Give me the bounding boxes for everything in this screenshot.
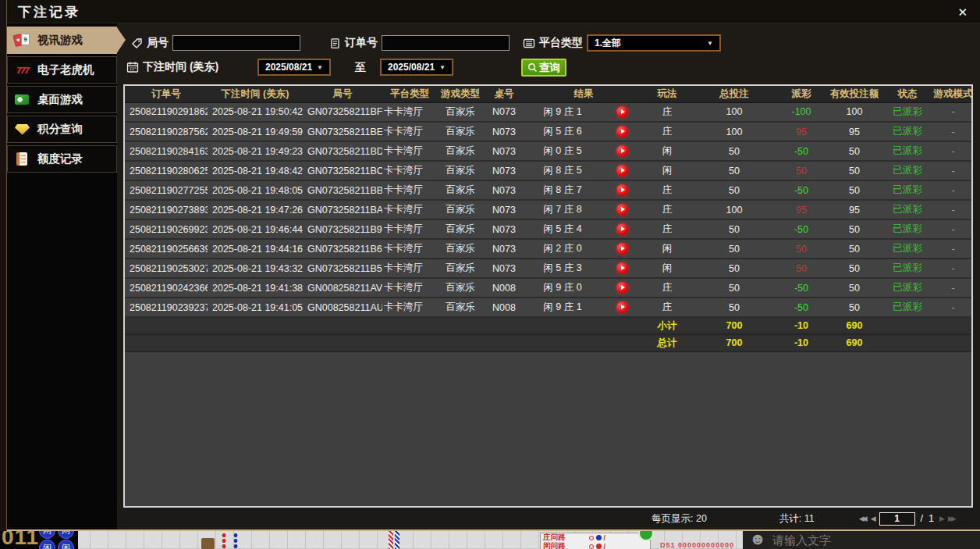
cell-total_bet: 50 (691, 180, 777, 200)
cell-game: 百家乐 (437, 278, 484, 298)
next-page-button[interactable]: ▶ (939, 515, 943, 522)
summary-payout: -10 (777, 334, 826, 351)
replay-button[interactable] (616, 243, 628, 255)
cell-platform: 卡卡湾厅 (382, 141, 437, 161)
cell-play_type: 庄 (643, 278, 691, 298)
dealer-marker-icon (201, 538, 215, 549)
cell-replay (601, 219, 643, 239)
date-from-picker[interactable]: 2025/08/21 ▼ (257, 59, 331, 76)
cell-time: 2025-08-21 19:50:42 (208, 102, 303, 122)
list-footer: 每页显示: 20 共计: 11 ◀◀ ◀ 1 / 1 ▶ ▶▶ (117, 508, 980, 529)
round-number-input[interactable] (172, 35, 300, 51)
tab-label: 额度记录 (37, 152, 83, 166)
cell-play_type: 闲 (643, 141, 691, 161)
table-row: 2508211902530272025-08-21 19:43:32GN0732… (125, 258, 973, 278)
table-header-row: 订单号 下注时间 (美东) 局号 平台类型 游戏类型 桌号 结果 玩法 总投注 … (125, 86, 973, 102)
replay-button[interactable] (616, 223, 628, 235)
cell-result: 闲 0 庄 5 (524, 141, 601, 161)
per-page-label: 每页显示: 20 (652, 512, 707, 526)
sidebar-tab-slot-machines[interactable]: 777 电子老虎机 (7, 56, 117, 84)
cell-order: 250821190242366 (125, 278, 208, 298)
replay-button[interactable] (616, 165, 628, 176)
replay-button[interactable] (616, 282, 628, 294)
cell-platform: 卡卡湾厅 (382, 122, 437, 141)
replay-button[interactable] (616, 204, 628, 216)
page-input[interactable]: 1 (879, 512, 915, 526)
cell-payout: -100 (777, 102, 826, 122)
cell-mode: - (932, 180, 973, 200)
cell-platform: 卡卡湾厅 (382, 219, 437, 239)
date-to-picker[interactable]: 2025/08/21 ▼ (380, 59, 453, 76)
replay-button[interactable] (616, 126, 628, 137)
date-to-value: 2025/08/21 (388, 62, 435, 73)
cell-status: 已派彩 (883, 278, 932, 298)
date-to-label: 至 (355, 61, 366, 75)
cell-mode: - (932, 239, 973, 258)
last-page-button[interactable]: ▶▶ (948, 515, 954, 522)
sidebar-tab-quota-records[interactable]: 额度记录 (7, 145, 117, 173)
cell-mode: - (932, 141, 973, 161)
query-button-label: 查询 (539, 61, 560, 75)
cell-round: GN073258211B6 (303, 239, 382, 258)
col-header-total-bet: 总投注 (691, 86, 777, 102)
table-row: 2508211902841632025-08-21 19:49:23GN0732… (125, 141, 973, 161)
cell-time: 2025-08-21 19:49:23 (208, 141, 303, 161)
cell-order: 250821190239237 (125, 298, 208, 317)
sidebar-tab-table-games[interactable]: 桌面游戏 (7, 86, 117, 113)
table-row: 2508211902392372025-08-21 19:41:05GN0082… (125, 298, 973, 317)
query-button[interactable]: 查询 (521, 59, 566, 77)
cell-payout: 50 (777, 258, 826, 278)
table-row: 2508211902699232025-08-21 19:46:44GN0732… (125, 219, 973, 239)
bet-records-table: 订单号 下注时间 (美东) 局号 平台类型 游戏类型 桌号 结果 玩法 总投注 … (125, 86, 973, 352)
round-filter-group: 局号 (131, 34, 300, 52)
cell-order: 250821190287562 (125, 122, 208, 141)
cell-table_no: N073 (484, 200, 524, 219)
replay-button[interactable] (616, 145, 628, 157)
replay-button[interactable] (616, 184, 628, 196)
cell-valid_bet: 50 (826, 141, 883, 161)
replay-button[interactable] (616, 106, 628, 118)
bet-time-label: 下注时间 (美东) (143, 60, 218, 74)
cell-table_no: N073 (484, 239, 524, 258)
summary-spacer (125, 334, 643, 351)
summary-label: 总计 (643, 334, 691, 351)
chat-input[interactable]: ☻ 请输入文字 (743, 531, 980, 549)
cell-replay (601, 239, 643, 258)
cell-round: GN073258211B5 (303, 258, 382, 278)
cell-mode: - (932, 298, 973, 317)
dialog-titlebar: 下注记录 ✕ (7, 0, 980, 23)
cell-table_no: N073 (484, 122, 524, 141)
replay-button[interactable] (616, 301, 628, 313)
cell-play_type: 闲 (643, 239, 691, 258)
replay-button[interactable] (616, 262, 628, 274)
search-icon (527, 62, 538, 73)
cell-valid_bet: 50 (826, 180, 883, 200)
tab-label: 积分查询 (37, 122, 83, 137)
cell-replay (601, 298, 643, 317)
cell-order: 250821190253027 (125, 258, 208, 278)
total-count-label: 共计: 11 (779, 512, 815, 526)
col-header-table: 桌号 (484, 86, 524, 102)
cell-replay (601, 278, 643, 298)
emoji-smiley-icon[interactable]: ☻ (749, 531, 766, 548)
platform-type-select[interactable]: 1.全部 ▼ (587, 34, 721, 52)
sidebar-tab-points-query[interactable]: 积分查询 (7, 116, 117, 143)
cell-platform: 卡卡湾厅 (382, 200, 437, 219)
road-stripe-blue (395, 531, 399, 549)
close-button[interactable]: ✕ (954, 4, 971, 21)
cell-total_bet: 50 (691, 141, 777, 161)
order-number-input[interactable] (382, 35, 510, 51)
prev-page-button[interactable]: ◀ (871, 515, 874, 522)
first-page-button[interactable]: ◀◀ (859, 515, 865, 522)
tab-label: 桌面游戏 (37, 92, 83, 107)
col-header-status: 状态 (883, 86, 932, 102)
cell-payout: 95 (777, 200, 826, 219)
tab-label: 视讯游戏 (37, 33, 83, 48)
cell-valid_bet: 50 (826, 239, 883, 258)
cell-play_type: 闲 (643, 161, 691, 180)
cell-payout: -50 (777, 298, 826, 317)
sidebar-tab-video-games[interactable]: ♥9 视讯游戏 (7, 27, 117, 54)
cell-mode: - (932, 161, 973, 180)
cell-valid_bet: 100 (826, 102, 883, 122)
table-row: 2508211902806252025-08-21 19:48:42GN0732… (125, 161, 973, 180)
